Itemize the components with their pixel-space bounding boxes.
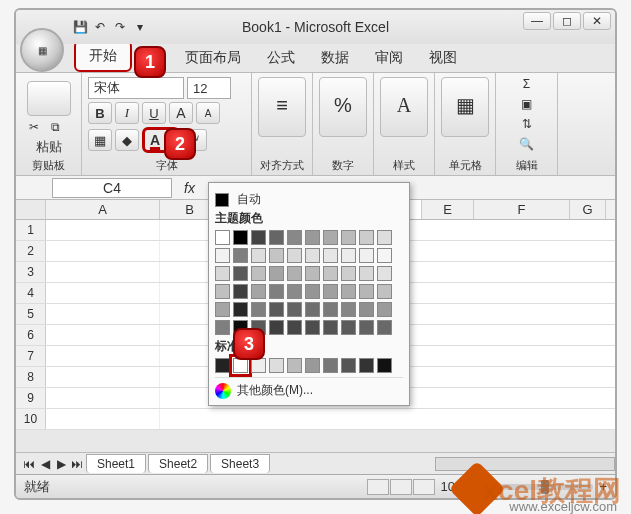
- select-all-corner[interactable]: [16, 200, 46, 219]
- tab-data[interactable]: 数据: [308, 44, 362, 72]
- color-swatch[interactable]: [305, 358, 320, 373]
- color-swatch[interactable]: [269, 302, 284, 317]
- color-swatch[interactable]: [323, 266, 338, 281]
- color-swatch[interactable]: [323, 302, 338, 317]
- col-header[interactable]: A: [46, 200, 160, 219]
- row-header[interactable]: 5: [16, 304, 46, 324]
- color-swatch[interactable]: [269, 248, 284, 263]
- styles-button[interactable]: A: [380, 77, 428, 137]
- minimize-button[interactable]: —: [523, 12, 551, 30]
- row-header[interactable]: 8: [16, 367, 46, 387]
- color-swatch[interactable]: [269, 266, 284, 281]
- find-icon[interactable]: 🔍: [519, 137, 534, 151]
- color-swatch[interactable]: [377, 302, 392, 317]
- color-swatch[interactable]: [251, 358, 266, 373]
- color-swatch[interactable]: [215, 358, 230, 373]
- auto-color-row[interactable]: 自动: [215, 191, 403, 208]
- col-header[interactable]: F: [474, 200, 570, 219]
- color-swatch[interactable]: [341, 266, 356, 281]
- color-swatch[interactable]: [287, 358, 302, 373]
- font-size-box[interactable]: 12: [187, 77, 231, 99]
- cell[interactable]: [46, 220, 160, 240]
- color-swatch[interactable]: [341, 230, 356, 245]
- color-swatch[interactable]: [215, 266, 230, 281]
- save-icon[interactable]: 💾: [72, 19, 88, 35]
- col-header[interactable]: E: [422, 200, 474, 219]
- color-swatch[interactable]: [359, 230, 374, 245]
- color-swatch[interactable]: [377, 248, 392, 263]
- row-header[interactable]: 6: [16, 325, 46, 345]
- sheet-tab[interactable]: Sheet1: [86, 454, 146, 473]
- color-swatch[interactable]: [215, 248, 230, 263]
- sort-filter-icon[interactable]: ⇅: [522, 117, 532, 131]
- color-swatch[interactable]: [341, 284, 356, 299]
- row-header[interactable]: 9: [16, 388, 46, 408]
- row-header[interactable]: 4: [16, 283, 46, 303]
- maximize-button[interactable]: ◻: [553, 12, 581, 30]
- tab-formulas[interactable]: 公式: [254, 44, 308, 72]
- color-swatch[interactable]: [359, 284, 374, 299]
- color-swatch[interactable]: [305, 302, 320, 317]
- sheet-nav-first-icon[interactable]: ⏮: [22, 457, 36, 471]
- page-break-view-button[interactable]: [413, 479, 435, 495]
- color-swatch[interactable]: [377, 320, 392, 335]
- color-swatch[interactable]: [215, 302, 230, 317]
- copy-icon[interactable]: ⧉: [51, 120, 69, 138]
- color-swatch[interactable]: [287, 266, 302, 281]
- more-colors-row[interactable]: 其他颜色(M)...: [215, 377, 403, 399]
- color-swatch[interactable]: [305, 284, 320, 299]
- color-swatch[interactable]: [251, 266, 266, 281]
- row-header[interactable]: 2: [16, 241, 46, 261]
- row-header[interactable]: 1: [16, 220, 46, 240]
- normal-view-button[interactable]: [367, 479, 389, 495]
- color-swatch[interactable]: [341, 302, 356, 317]
- color-swatch[interactable]: [215, 284, 230, 299]
- bold-button[interactable]: B: [88, 102, 112, 124]
- color-swatch[interactable]: [305, 320, 320, 335]
- color-swatch[interactable]: [359, 266, 374, 281]
- color-swatch-selected[interactable]: [233, 358, 248, 373]
- row-header[interactable]: 7: [16, 346, 46, 366]
- row-header[interactable]: 10: [16, 409, 46, 429]
- color-swatch[interactable]: [359, 248, 374, 263]
- color-swatch[interactable]: [341, 358, 356, 373]
- horizontal-scrollbar[interactable]: [435, 457, 615, 471]
- autosum-icon[interactable]: Σ: [523, 77, 530, 91]
- fx-label[interactable]: fx: [184, 180, 195, 196]
- cell[interactable]: [46, 283, 160, 303]
- page-layout-view-button[interactable]: [390, 479, 412, 495]
- cell[interactable]: [46, 388, 160, 408]
- color-swatch[interactable]: [323, 248, 338, 263]
- color-swatch[interactable]: [341, 248, 356, 263]
- tab-page-layout[interactable]: 页面布局: [172, 44, 254, 72]
- color-swatch[interactable]: [233, 302, 248, 317]
- cell[interactable]: [46, 325, 160, 345]
- color-swatch[interactable]: [251, 302, 266, 317]
- color-swatch[interactable]: [359, 302, 374, 317]
- color-swatch[interactable]: [215, 230, 230, 245]
- cell[interactable]: [46, 346, 160, 366]
- color-swatch[interactable]: [305, 266, 320, 281]
- office-button[interactable]: ▦: [20, 28, 64, 72]
- number-button[interactable]: %: [319, 77, 367, 137]
- color-swatch[interactable]: [233, 284, 248, 299]
- italic-button[interactable]: I: [115, 102, 139, 124]
- tab-review[interactable]: 审阅: [362, 44, 416, 72]
- color-swatch[interactable]: [269, 320, 284, 335]
- color-swatch[interactable]: [287, 284, 302, 299]
- name-box[interactable]: C4: [52, 178, 172, 198]
- cell[interactable]: [46, 241, 160, 261]
- color-swatch[interactable]: [287, 320, 302, 335]
- sheet-nav-last-icon[interactable]: ⏭: [70, 457, 84, 471]
- borders-button[interactable]: ▦: [88, 129, 112, 151]
- color-swatch[interactable]: [233, 266, 248, 281]
- color-swatch[interactable]: [359, 358, 374, 373]
- color-swatch[interactable]: [305, 230, 320, 245]
- color-swatch[interactable]: [377, 266, 392, 281]
- color-swatch[interactable]: [269, 230, 284, 245]
- tab-home[interactable]: 开始: [74, 40, 132, 72]
- redo-icon[interactable]: ↷: [112, 19, 128, 35]
- color-swatch[interactable]: [215, 320, 230, 335]
- color-swatch[interactable]: [287, 302, 302, 317]
- shrink-font-button[interactable]: A: [196, 102, 220, 124]
